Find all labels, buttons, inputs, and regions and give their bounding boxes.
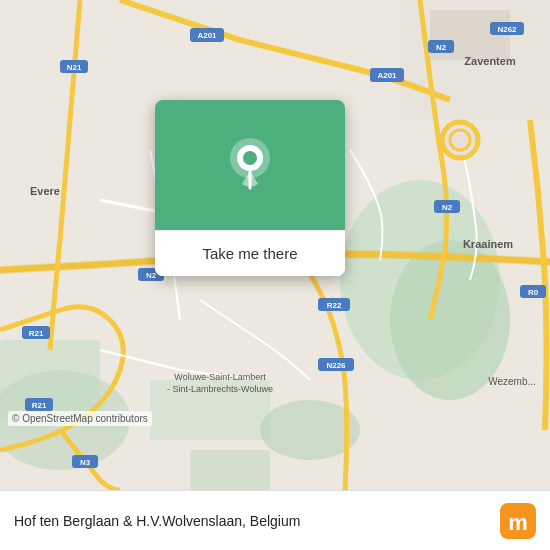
svg-text:Evere: Evere — [30, 185, 60, 197]
svg-text:N2: N2 — [146, 271, 157, 280]
moovit-logo-icon: m — [500, 503, 536, 539]
svg-text:R0: R0 — [528, 288, 539, 297]
svg-text:N2: N2 — [436, 43, 447, 52]
moovit-logo: m — [500, 503, 536, 539]
card-map-preview — [155, 100, 345, 230]
svg-text:A201: A201 — [197, 31, 217, 40]
svg-text:N2: N2 — [442, 203, 453, 212]
svg-text:R22: R22 — [327, 301, 342, 310]
map-container: E40 R22 N226 N2 N2 N21 A201 A201 N262 R0 — [0, 0, 550, 490]
take-me-there-button[interactable]: Take me there — [155, 230, 345, 276]
address-label: Hof ten Berglaan & H.V.Wolvenslaan, Belg… — [14, 513, 300, 529]
svg-text:Zaventem: Zaventem — [464, 55, 516, 67]
svg-text:N3: N3 — [80, 458, 91, 467]
bottom-bar: Hof ten Berglaan & H.V.Wolvenslaan, Belg… — [0, 490, 550, 550]
svg-point-45 — [450, 130, 470, 150]
svg-text:A201: A201 — [377, 71, 397, 80]
svg-text:R21: R21 — [29, 329, 44, 338]
svg-rect-7 — [190, 450, 270, 490]
svg-text:Wezemb...: Wezemb... — [488, 376, 536, 387]
svg-point-48 — [243, 151, 257, 165]
svg-text:- Sint-Lambrechts-Woluwe: - Sint-Lambrechts-Woluwe — [167, 384, 273, 394]
svg-text:N226: N226 — [326, 361, 346, 370]
svg-text:N262: N262 — [497, 25, 517, 34]
svg-text:m: m — [508, 510, 528, 535]
svg-text:R21: R21 — [32, 401, 47, 410]
svg-text:N21: N21 — [67, 63, 82, 72]
svg-text:Woluwe-Saint-Lambert: Woluwe-Saint-Lambert — [174, 372, 266, 382]
map-pin-icon — [228, 138, 272, 192]
location-card[interactable]: Take me there — [155, 100, 345, 276]
copyright-notice: © OpenStreetMap contributors — [8, 411, 152, 426]
svg-text:Kraainem: Kraainem — [463, 238, 513, 250]
